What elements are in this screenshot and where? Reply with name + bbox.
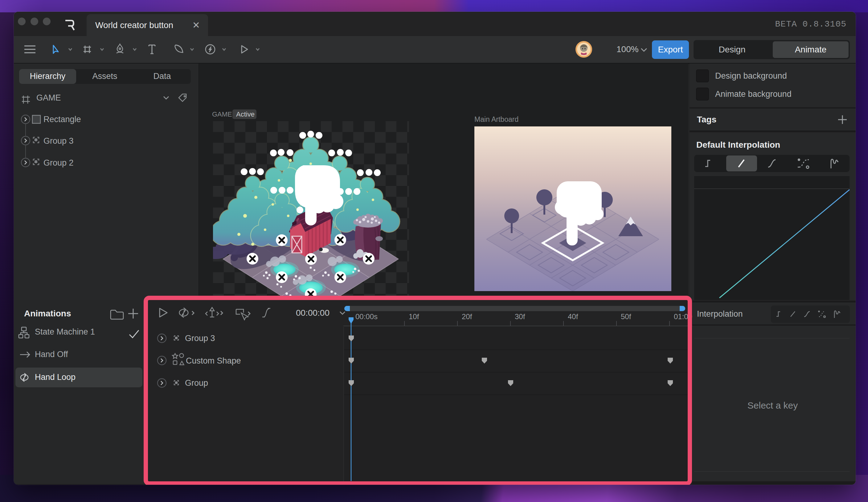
svg-text:GAME: GAME (212, 110, 232, 118)
svg-text:Active: Active (236, 110, 255, 118)
svg-text:Main Artboard: Main Artboard (474, 115, 518, 123)
